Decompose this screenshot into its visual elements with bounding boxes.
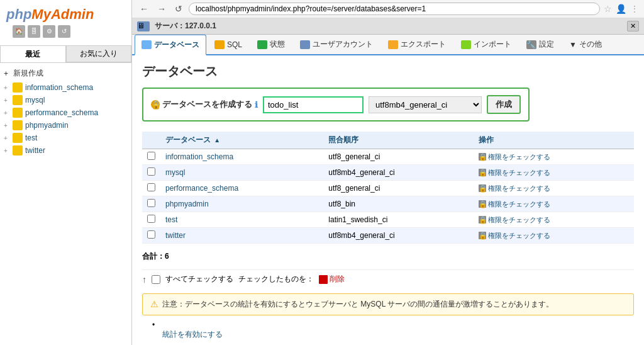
check-all-checkbox[interactable] [152, 275, 160, 284]
forward-button[interactable]: → [155, 3, 169, 15]
tab-export[interactable]: エクスポート [381, 35, 453, 54]
priv-link-mysql[interactable]: 🔒 権限をチェックする [479, 168, 629, 178]
db-icon-performance_schema [13, 108, 23, 118]
db-link-phpmyadmin[interactable]: phpmyadmin [165, 200, 209, 208]
tab-more[interactable]: ▼ その他 [562, 35, 609, 54]
db-link-performance_schema[interactable]: performance_schema [165, 184, 238, 193]
db-label-twitter: twitter [25, 146, 45, 155]
check-all-label[interactable]: すべてチェックする [165, 274, 233, 285]
sidebar-item-phpmyadmin[interactable]: + phpmyadmin [0, 119, 131, 132]
settings-icon[interactable]: ⚙ [43, 25, 55, 38]
sidebar-logo: phpMyAdmin 🏠 🗄 ⚙ ↺ [0, 0, 131, 45]
priv-link-test[interactable]: 🔒 権限をチェックする [479, 215, 629, 225]
priv-link-information_schema[interactable]: 🔒 権限をチェックする [479, 152, 629, 162]
db-icon-test [13, 133, 23, 143]
col-db-header[interactable]: データベース ▲ [160, 132, 323, 149]
stats-link[interactable]: 統計を有効にする [162, 329, 634, 340]
db-link-test[interactable]: test [165, 215, 177, 224]
server-title: サーバ：127.0.0.1 [155, 21, 216, 31]
tab-status[interactable]: 状態 [250, 35, 292, 54]
col-action-header: 操作 [474, 132, 634, 149]
table-row: twitter utf8mb4_general_ci 🔒 権限をチェックする [142, 228, 634, 244]
table-row: performance_schema utf8_general_ci 🔒 権限を… [142, 181, 634, 196]
logo-php: php [6, 6, 31, 22]
db-label-test: test [25, 133, 37, 142]
col-collation-header[interactable]: 照合順序 [323, 132, 473, 149]
export-tab-label: エクスポート [401, 39, 446, 50]
row-checkbox-information_schema[interactable] [147, 152, 155, 160]
sidebar: phpMyAdmin 🏠 🗄 ⚙ ↺ 最近 お気に入り + 新規作成 + inf… [0, 0, 132, 345]
nav-tabs: データベース SQL 状態 ユーザアカウント エクスポート インポート 🔧 設定… [132, 35, 644, 55]
total-count: 合計：6 [142, 249, 634, 264]
priv-icon-information_schema: 🔒 [479, 153, 486, 161]
collation-select[interactable]: utf8mb4_general_ci [369, 96, 482, 113]
table-row: information_schema utf8_general_ci 🔒 権限を… [142, 149, 634, 165]
sidebar-action-icons: 🏠 🗄 ⚙ ↺ [6, 23, 125, 42]
row-checkbox-performance_schema[interactable] [147, 183, 155, 191]
more-tab-label: その他 [579, 39, 602, 50]
sidebar-new-create[interactable]: + 新規作成 [0, 65, 131, 81]
tab-recent[interactable]: 最近 [0, 45, 66, 62]
app-logo: phpMyAdmin [6, 6, 125, 23]
databases-tab-label: データベース [154, 40, 199, 50]
priv-link-phpmyadmin[interactable]: 🔒 権限をチェックする [479, 200, 629, 209]
tab-favorites[interactable]: お気に入り [66, 45, 132, 62]
warning-text: 注意：データベースの統計を有効にするとウェブサーバと MySQL サーバの間の通… [162, 299, 553, 310]
priv-link-performance_schema[interactable]: 🔒 権限をチェックする [479, 184, 629, 193]
sidebar-item-information_schema[interactable]: + information_schema [0, 81, 131, 94]
db-name-input[interactable] [263, 96, 364, 113]
sidebar-item-performance_schema[interactable]: + performance_schema [0, 106, 131, 119]
reload-button[interactable]: ↺ [172, 3, 185, 15]
settings-tab-icon: 🔧 [526, 40, 536, 49]
sidebar-item-twitter[interactable]: + twitter [0, 144, 131, 157]
priv-icon-performance_schema: 🔒 [479, 184, 486, 192]
collation-cell-phpmyadmin: utf8_bin [323, 196, 473, 212]
db-link-information_schema[interactable]: information_schema [165, 152, 233, 161]
refresh-icon[interactable]: ↺ [58, 25, 70, 38]
sql-tab-label: SQL [227, 40, 242, 49]
create-db-section: 🔒 データベースを作成する ℹ utf8mb4_general_ci 作成 [142, 88, 530, 122]
db-label-mysql: mysql [25, 96, 45, 105]
db-icon-mysql [13, 95, 23, 105]
row-checkbox-test[interactable] [147, 215, 155, 223]
back-button[interactable]: ← [137, 3, 151, 15]
db-link-twitter[interactable]: twitter [165, 231, 186, 240]
databases-table: データベース ▲ 照合順序 操作 information_schema utf8… [142, 132, 634, 244]
import-tab-icon [461, 40, 471, 49]
sidebar-tabs: 最近 お気に入り [0, 45, 131, 63]
delete-icon: 🗑 [319, 275, 328, 284]
bottom-action-bar: ↑ すべてチェックする チェックしたものを： 🗑 削除 [142, 269, 634, 288]
sort-arrow: ▲ [214, 137, 220, 144]
delete-button[interactable]: 🗑 削除 [319, 274, 345, 285]
tab-settings[interactable]: 🔧 設定 [519, 35, 561, 54]
home-icon[interactable]: 🏠 [13, 25, 25, 38]
db-link-mysql[interactable]: mysql [165, 168, 185, 177]
collation-cell-test: latin1_swedish_ci [323, 212, 473, 228]
tab-databases[interactable]: データベース [135, 35, 206, 55]
tab-users[interactable]: ユーザアカウント [293, 35, 380, 54]
more-tab-arrow: ▼ [569, 40, 577, 49]
sidebar-item-test[interactable]: + test [0, 132, 131, 144]
priv-icon-mysql: 🔒 [479, 169, 486, 176]
tab-import[interactable]: インポート [454, 35, 518, 54]
db-icon-twitter [13, 145, 23, 156]
help-icon[interactable]: ℹ [255, 100, 258, 110]
databases-tab-icon [142, 40, 152, 49]
sidebar-item-mysql[interactable]: + mysql [0, 94, 131, 106]
new-create-expand: + [4, 69, 8, 78]
db-icon-information_schema [13, 82, 23, 93]
url-input[interactable] [189, 3, 600, 15]
bookmark-icon: ☆ [604, 4, 612, 14]
db-icon[interactable]: 🗄 [28, 25, 40, 38]
priv-link-twitter[interactable]: 🔒 権限をチェックする [479, 231, 629, 240]
tab-sql[interactable]: SQL [208, 35, 249, 54]
create-db-button[interactable]: 作成 [487, 95, 521, 114]
row-checkbox-mysql[interactable] [147, 167, 155, 176]
stats-bullet: • 統計を有効にする [152, 320, 634, 340]
export-tab-icon [388, 40, 398, 49]
close-server-button[interactable]: ✕ [627, 21, 639, 31]
row-checkbox-phpmyadmin[interactable] [147, 199, 155, 207]
collation-cell-information_schema: utf8_general_ci [323, 149, 473, 165]
row-checkbox-twitter[interactable] [147, 230, 155, 239]
check-selected-label: チェックしたものを： [238, 274, 314, 285]
